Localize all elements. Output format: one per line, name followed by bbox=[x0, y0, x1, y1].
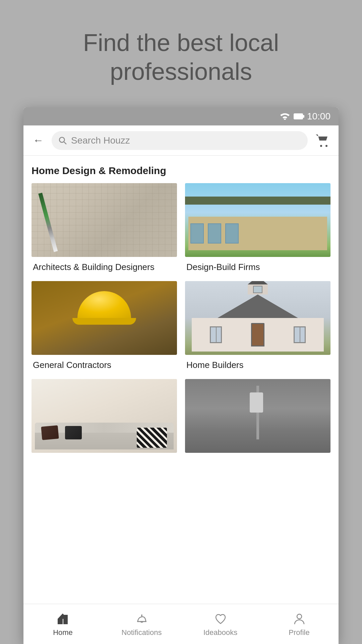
architect-illustration bbox=[32, 183, 177, 257]
person-icon bbox=[293, 612, 306, 626]
svg-point-3 bbox=[320, 145, 322, 147]
living-illustration bbox=[32, 379, 177, 453]
search-icon bbox=[58, 136, 67, 145]
traditional-house bbox=[192, 281, 324, 352]
nav-item-profile[interactable]: Profile bbox=[260, 611, 339, 637]
builders-image bbox=[185, 281, 330, 355]
home-nav-icon bbox=[56, 611, 70, 626]
battery-icon bbox=[294, 113, 303, 119]
design-build-image bbox=[185, 183, 330, 257]
architects-image bbox=[32, 183, 177, 257]
grid-item-design-build[interactable]: Design-Build Firms bbox=[185, 183, 330, 273]
nav-item-home[interactable]: Home bbox=[23, 611, 102, 637]
status-bar: 10:00 bbox=[23, 107, 339, 125]
houzz-icon bbox=[56, 612, 70, 626]
app-frame: 10:00 ← Search Houzz Home Design & Remod… bbox=[23, 107, 339, 644]
notifications-nav-label: Notifications bbox=[122, 628, 162, 637]
heart-icon bbox=[214, 612, 227, 626]
svg-point-10 bbox=[297, 614, 302, 619]
sofa-shape bbox=[35, 423, 174, 449]
top-bar: ← Search Houzz bbox=[23, 125, 339, 156]
pillow-black bbox=[65, 426, 82, 439]
design-build-label: Design-Build Firms bbox=[185, 262, 330, 273]
grid-item-living[interactable] bbox=[32, 379, 177, 458]
profile-nav-icon bbox=[292, 611, 307, 626]
grid-item-builders[interactable]: Home Builders bbox=[185, 281, 330, 371]
gray-illustration bbox=[185, 379, 330, 453]
pillow-dark bbox=[41, 425, 59, 440]
back-arrow-icon: ← bbox=[33, 134, 44, 147]
svg-point-0 bbox=[284, 118, 286, 120]
content-area: Home Design & Remodeling Architects & Bu… bbox=[23, 156, 339, 604]
status-time: 10:00 bbox=[307, 111, 330, 122]
grid-item-architects[interactable]: Architects & Building Designers bbox=[32, 183, 177, 273]
design-illustration bbox=[185, 183, 330, 257]
search-bar[interactable]: Search Houzz bbox=[52, 131, 308, 150]
striped-cushion bbox=[137, 428, 167, 448]
cart-button[interactable] bbox=[313, 131, 332, 150]
contractors-image bbox=[32, 281, 177, 355]
bell-icon bbox=[135, 612, 148, 626]
grid-item-gray[interactable] bbox=[185, 379, 330, 458]
gray-device-shape bbox=[250, 392, 263, 413]
category-grid: Architects & Building Designers bbox=[23, 183, 339, 466]
svg-rect-7 bbox=[63, 615, 68, 624]
contractors-label: General Contractors bbox=[32, 360, 177, 371]
profile-nav-label: Profile bbox=[289, 628, 309, 637]
hero-title: Find the best local professionals bbox=[0, 28, 362, 86]
hard-hat-shape bbox=[77, 291, 131, 325]
contractor-illustration bbox=[32, 281, 177, 355]
svg-rect-5 bbox=[58, 619, 63, 624]
section-title: Home Design & Remodeling bbox=[23, 156, 339, 183]
svg-point-1 bbox=[59, 137, 64, 142]
home-nav-label: Home bbox=[53, 628, 73, 637]
search-placeholder: Search Houzz bbox=[71, 135, 301, 146]
builders-illustration bbox=[185, 281, 330, 355]
hero-section: Find the best local professionals bbox=[0, 0, 362, 114]
svg-line-2 bbox=[64, 142, 66, 144]
svg-point-4 bbox=[325, 145, 327, 147]
architects-label: Architects & Building Designers bbox=[32, 262, 177, 273]
bottom-nav: Home Notifications Ideabooks bbox=[23, 604, 339, 644]
builders-label: Home Builders bbox=[185, 360, 330, 371]
ideabooks-nav-icon bbox=[213, 611, 228, 626]
wifi-icon bbox=[280, 113, 290, 120]
gray-image bbox=[185, 379, 330, 453]
nav-item-ideabooks[interactable]: Ideabooks bbox=[181, 611, 260, 637]
grid-item-contractors[interactable]: General Contractors bbox=[32, 281, 177, 371]
pencil-shape bbox=[38, 193, 58, 252]
svg-point-9 bbox=[141, 614, 142, 616]
ideabooks-nav-label: Ideabooks bbox=[203, 628, 238, 637]
living-image bbox=[32, 379, 177, 453]
nav-item-notifications[interactable]: Notifications bbox=[102, 611, 181, 637]
cart-icon bbox=[315, 134, 330, 147]
modern-house bbox=[188, 203, 327, 250]
notifications-nav-icon bbox=[134, 611, 149, 626]
back-button[interactable]: ← bbox=[30, 132, 46, 149]
